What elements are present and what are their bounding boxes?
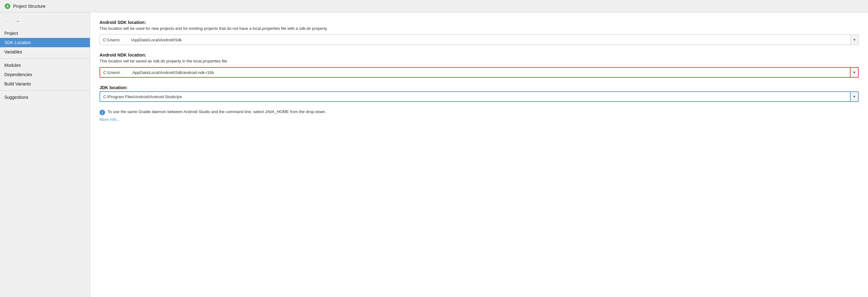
jdk-location-input[interactable] <box>99 91 850 102</box>
more-info-link[interactable]: More info... <box>99 117 120 122</box>
sidebar-item-sdk-location[interactable]: SDK Location <box>0 38 90 47</box>
project-structure-window: A Project Structure ← → Project SDK Loca… <box>0 0 868 297</box>
info-icon: i <box>99 110 105 115</box>
sidebar-item-dependencies[interactable]: Dependencies <box>0 70 90 79</box>
sidebar-divider-2 <box>0 90 90 91</box>
ndk-input-row: ▼ <box>99 67 859 78</box>
sidebar-divider-1 <box>0 58 90 59</box>
back-button[interactable]: ← <box>3 17 12 26</box>
sidebar: ← → Project SDK Location Variables Modul… <box>0 12 90 297</box>
app-logo-icon: A <box>4 3 10 9</box>
jdk-section: JDK location: ▼ i To use the same Gradle… <box>99 85 859 122</box>
sdk-dropdown-button[interactable]: ▼ <box>850 34 859 45</box>
sdk-input-row: ▼ <box>99 34 859 45</box>
nav-arrows: ← → <box>0 15 90 29</box>
sidebar-item-project[interactable]: Project <box>0 29 90 38</box>
sidebar-item-suggestions[interactable]: Suggestions <box>0 93 90 102</box>
sidebar-top-section: Project SDK Location Variables <box>0 29 90 57</box>
ndk-description: This location will be saved as ndk.dir p… <box>99 59 859 63</box>
sdk-location-input[interactable] <box>99 34 850 45</box>
sidebar-bottom-section: Suggestions <box>0 93 90 102</box>
sidebar-middle-section: Modules Dependencies Build Variants <box>0 61 90 89</box>
sidebar-item-variables[interactable]: Variables <box>0 47 90 57</box>
forward-button[interactable]: → <box>13 17 22 26</box>
sdk-description: This location will be used for new proje… <box>99 26 859 31</box>
window-title: Project Structure <box>13 4 45 9</box>
ndk-location-input[interactable] <box>99 67 850 78</box>
jdk-info-text: To use the same Gradle daemon between An… <box>107 109 326 114</box>
jdk-input-row: ▼ <box>99 91 859 102</box>
jdk-heading: JDK location: <box>99 85 859 90</box>
svg-text:A: A <box>6 5 8 8</box>
main-content: ← → Project SDK Location Variables Modul… <box>0 12 868 297</box>
ndk-dropdown-button[interactable]: ▼ <box>850 67 859 78</box>
ndk-section: Android NDK location: This location will… <box>99 53 859 78</box>
jdk-info-row: i To use the same Gradle daemon between … <box>99 109 859 115</box>
sdk-heading: Android SDK location: <box>99 20 859 25</box>
titlebar: A Project Structure <box>0 0 868 12</box>
sidebar-item-build-variants[interactable]: Build Variants <box>0 79 90 89</box>
main-panel: Android SDK location: This location will… <box>90 12 868 297</box>
sidebar-item-modules[interactable]: Modules <box>0 61 90 70</box>
jdk-dropdown-button[interactable]: ▼ <box>850 91 859 102</box>
ndk-heading: Android NDK location: <box>99 53 859 58</box>
sdk-section: Android SDK location: This location will… <box>99 20 859 45</box>
